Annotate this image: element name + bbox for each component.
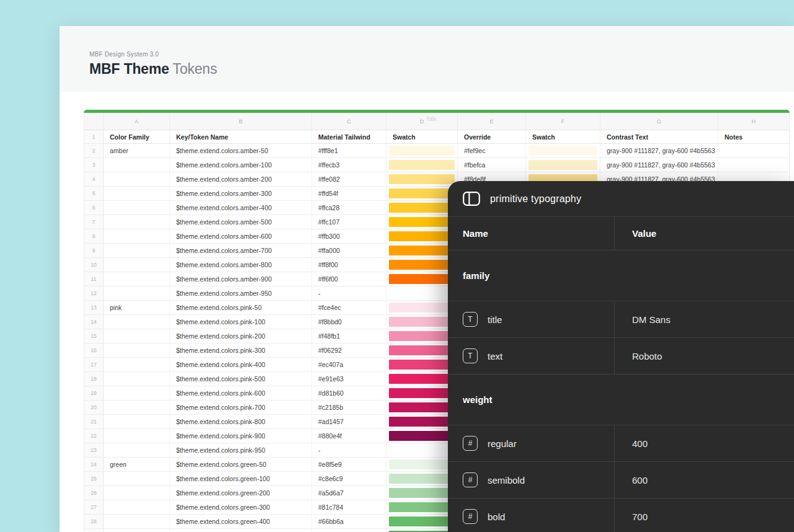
cell-swatch[interactable] — [386, 515, 458, 529]
cell-color-family[interactable] — [104, 472, 170, 486]
cell-swatch[interactable] — [386, 172, 458, 187]
cell-swatch[interactable] — [526, 144, 600, 158]
cell-color-family[interactable] — [104, 443, 170, 458]
cell-color-family[interactable] — [104, 358, 170, 372]
cell-swatch[interactable] — [386, 286, 458, 301]
cell-color-family[interactable]: pink — [104, 301, 170, 315]
cell-swatch[interactable] — [386, 500, 458, 515]
cell-token-key[interactable]: $theme.extend.colors.pink-200 — [170, 329, 312, 344]
cell-color-family[interactable] — [104, 172, 170, 187]
cell-swatch[interactable] — [386, 401, 458, 415]
cell-color-family[interactable]: green — [104, 458, 170, 472]
sheet-header-cell[interactable]: Swatch — [526, 130, 600, 144]
cell-material-hex[interactable]: #c2185b — [312, 401, 386, 415]
cell-token-key[interactable] — [170, 529, 312, 532]
cell-token-key[interactable]: $theme.extend.colors.green-300 — [170, 500, 312, 515]
cell-swatch[interactable] — [386, 187, 458, 201]
cell-material-hex[interactable]: #81c784 — [312, 500, 386, 515]
cell-color-family[interactable] — [104, 187, 170, 201]
cell-color-family[interactable] — [104, 401, 170, 415]
cell-material-hex[interactable]: #ec407a — [312, 358, 386, 372]
cell-token-key[interactable]: $theme.extend.colors.pink-100 — [170, 315, 312, 329]
cell-material-hex[interactable]: #ffecb3 — [312, 158, 386, 172]
cell-color-family[interactable] — [104, 286, 170, 301]
cell-swatch[interactable] — [386, 358, 458, 372]
cell-material-hex[interactable]: #ad1457 — [312, 415, 386, 429]
cell-swatch[interactable] — [386, 529, 458, 532]
cell-token-key[interactable]: $theme.extend.colors.pink-900 — [170, 429, 312, 443]
layout-panel-icon[interactable] — [463, 192, 480, 206]
cell-color-family[interactable] — [104, 529, 170, 532]
sheet-header-cell[interactable]: Material Tailwind — [312, 130, 386, 144]
cell-token-key[interactable]: $theme.extend.colors.pink-700 — [170, 401, 312, 415]
cell-color-family[interactable]: amber — [104, 144, 170, 158]
cell-token-key[interactable]: $theme.extend.colors.pink-400 — [170, 358, 312, 372]
cell-color-family[interactable] — [104, 372, 170, 386]
cell-material-hex[interactable]: #a5d6a7 — [312, 486, 386, 500]
cell-token-key[interactable]: $theme.extend.colors.amber-300 — [170, 187, 312, 201]
cell-material-hex[interactable]: #fce4ec — [312, 301, 386, 315]
cell-swatch[interactable] — [386, 315, 458, 329]
cell-color-family[interactable] — [104, 486, 170, 500]
cell-material-hex[interactable]: #c8e6c9 — [312, 472, 386, 486]
sheet-header-cell[interactable]: Key/Token Name — [170, 130, 312, 144]
cell-material-hex[interactable]: #f06292 — [312, 344, 386, 358]
cell-material-hex[interactable]: #ffca28 — [312, 201, 386, 215]
cell-color-family[interactable] — [104, 415, 170, 429]
cell-material-hex[interactable]: #ffe082 — [312, 172, 386, 187]
cell-material-hex[interactable]: #ff6f00 — [312, 272, 386, 286]
cell-token-key[interactable]: $theme.extend.colors.amber-500 — [170, 215, 312, 229]
cell-swatch[interactable] — [386, 272, 458, 286]
cell-swatch[interactable] — [526, 158, 600, 172]
cell-material-hex[interactable]: #fff8e1 — [312, 144, 386, 158]
cell-token-key[interactable]: $theme.extend.colors.amber-900 — [170, 272, 312, 286]
cell-color-family[interactable] — [104, 158, 170, 172]
cell-material-hex[interactable]: #880e4f — [312, 429, 386, 443]
cell-swatch[interactable] — [386, 429, 458, 443]
cell-color-family[interactable] — [104, 386, 170, 401]
cell-material-hex[interactable]: #66bb6a — [312, 515, 386, 529]
panel-token-row[interactable]: TtitleDM Sans — [448, 301, 794, 338]
cell-color-family[interactable] — [104, 429, 170, 443]
cell-override-hex[interactable]: #fef9ec — [458, 144, 526, 158]
cell-swatch[interactable] — [386, 229, 458, 244]
cell-material-hex[interactable]: #ffd54f — [312, 187, 386, 201]
cell-material-hex[interactable]: #ffc107 — [312, 215, 386, 229]
cell-color-family[interactable] — [104, 258, 170, 272]
sheet-header-cell[interactable]: Swatch — [386, 130, 458, 144]
cell-token-key[interactable]: $theme.extend.colors.pink-800 — [170, 415, 312, 429]
cell-swatch[interactable] — [386, 144, 458, 158]
cell-color-family[interactable] — [104, 272, 170, 286]
panel-token-row[interactable]: #regular400 — [448, 425, 794, 462]
cell-swatch[interactable] — [386, 415, 458, 429]
cell-material-hex[interactable]: #e8f5e9 — [312, 458, 386, 472]
cell-swatch[interactable] — [386, 329, 458, 344]
cell-swatch[interactable] — [386, 458, 458, 472]
cell-material-hex[interactable]: #f48fb1 — [312, 329, 386, 344]
cell-material-hex[interactable]: #ffa000 — [312, 244, 386, 258]
sheet-header-cell[interactable]: Notes — [718, 130, 789, 144]
cell-color-family[interactable] — [104, 515, 170, 529]
cell-material-hex[interactable]: #e91e63 — [312, 372, 386, 386]
cell-token-key[interactable]: $theme.extend.colors.amber-700 — [170, 244, 312, 258]
cell-contrast-text[interactable]: gray-900 #111827, gray-600 #4b5563 — [600, 144, 718, 158]
cell-color-family[interactable] — [104, 244, 170, 258]
cell-material-hex[interactable]: #ffb300 — [312, 229, 386, 244]
cell-token-key[interactable]: $theme.extend.colors.pink-50 — [170, 301, 312, 315]
cell-material-hex[interactable]: #d81b60 — [312, 386, 386, 401]
cell-token-key[interactable]: $theme.extend.colors.green-400 — [170, 515, 312, 529]
cell-notes[interactable] — [718, 158, 789, 172]
panel-token-row[interactable]: TtextRoboto — [448, 338, 794, 375]
cell-swatch[interactable] — [386, 244, 458, 258]
cell-token-key[interactable]: $theme.extend.colors.pink-500 — [170, 372, 312, 386]
sheet-header-cell[interactable]: Color Family — [104, 130, 170, 144]
cell-contrast-text[interactable]: gray-900 #111827, gray-600 #4b5563 — [600, 158, 718, 172]
cell-color-family[interactable] — [104, 229, 170, 244]
cell-swatch[interactable] — [386, 301, 458, 315]
cell-token-key[interactable]: $theme.extend.colors.green-200 — [170, 486, 312, 500]
cell-token-key[interactable]: $theme.extend.colors.amber-950 — [170, 286, 312, 301]
cell-token-key[interactable]: $theme.extend.colors.amber-800 — [170, 258, 312, 272]
cell-material-hex[interactable]: - — [312, 443, 386, 458]
cell-token-key[interactable]: $theme.extend.colors.amber-400 — [170, 201, 312, 215]
cell-material-hex[interactable]: #ff8f00 — [312, 258, 386, 272]
